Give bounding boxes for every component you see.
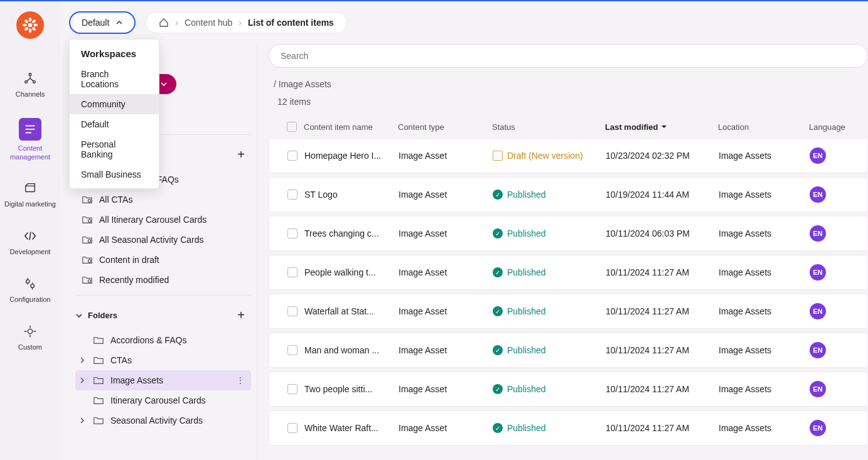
row-location: Image Assets <box>719 384 810 394</box>
folder-label: Seasonal Activity Cards <box>110 415 203 425</box>
folder-path: / Image Assets <box>269 68 868 93</box>
nav-label: Channels <box>16 90 45 99</box>
check-icon: ✓ <box>493 345 503 355</box>
smart-folder-item[interactable]: Content in draft <box>75 250 251 270</box>
table-row[interactable]: Waterfall at Stat...Image Asset✓Publishe… <box>269 294 868 329</box>
language-badge[interactable]: EN <box>810 303 826 319</box>
row-name: Man and woman ... <box>304 345 399 355</box>
column-modified[interactable]: Last modified <box>605 122 718 132</box>
chevron-right-icon[interactable] <box>78 417 87 424</box>
chevron-down-icon <box>160 80 168 88</box>
workspace-option[interactable]: Small Business <box>70 164 159 185</box>
folder-item[interactable]: Image Assets⋮ <box>75 370 251 390</box>
add-smart-folder-button[interactable]: + <box>233 146 249 163</box>
row-name: Two people sitti... <box>304 384 399 394</box>
language-badge[interactable]: EN <box>810 264 826 281</box>
app-logo[interactable] <box>16 11 44 39</box>
row-checkbox[interactable] <box>287 228 297 238</box>
workspace-option[interactable]: Community <box>70 94 159 114</box>
status-published: ✓Published <box>493 345 606 355</box>
row-checkbox[interactable] <box>287 190 297 200</box>
status-published: ✓Published <box>493 267 606 277</box>
column-language[interactable]: Language <box>809 122 847 132</box>
row-type: Image Asset <box>399 190 493 200</box>
folder-label: Itinerary Carousel Cards <box>110 395 206 405</box>
svg-point-3 <box>23 24 27 26</box>
folder-item[interactable]: Accordions & FAQs <box>75 330 251 350</box>
row-checkbox[interactable] <box>287 423 297 433</box>
row-checkbox[interactable] <box>287 306 297 316</box>
row-modified: 10/11/2024 11:27 AM <box>606 345 719 355</box>
svg-rect-13 <box>26 129 35 130</box>
breadcrumb-content-hub[interactable]: Content hub <box>185 18 232 28</box>
chevron-down-icon[interactable] <box>75 312 83 319</box>
language-badge[interactable]: EN <box>810 147 826 164</box>
nav-label: Configuration <box>9 296 50 304</box>
row-location: Image Assets <box>719 151 810 161</box>
smart-folder-item[interactable]: All CTAs <box>75 190 251 210</box>
table-row[interactable]: ST LogoImage Asset✓Published10/19/2024 1… <box>269 177 868 212</box>
check-icon: ✓ <box>493 384 503 394</box>
nav-config[interactable]: Configuration <box>0 272 60 308</box>
row-location: Image Assets <box>719 345 810 355</box>
row-checkbox[interactable] <box>287 267 297 277</box>
table-row[interactable]: Trees changing c...Image Asset✓Published… <box>269 216 868 251</box>
nav-marketing[interactable]: Digital marketing <box>0 176 60 213</box>
language-badge[interactable]: EN <box>810 342 826 358</box>
table-row[interactable]: Two people sitti...Image Asset✓Published… <box>269 372 868 407</box>
smart-folder-icon <box>82 234 93 245</box>
language-badge[interactable]: EN <box>810 225 826 242</box>
nav-custom[interactable]: Custom <box>0 319 60 356</box>
search-input[interactable] <box>281 51 856 61</box>
table-row[interactable]: Homepage Hero I...Image AssetDraft (New … <box>269 138 868 173</box>
table-row[interactable]: People walking t...Image Asset✓Published… <box>269 255 868 290</box>
row-checkbox[interactable] <box>287 151 297 161</box>
chevron-right-icon[interactable] <box>78 357 87 363</box>
nav-label: Content management <box>3 144 58 162</box>
workspace-option[interactable]: Personal Banking <box>70 134 159 164</box>
folder-icon <box>93 395 104 406</box>
nav-content[interactable]: Content management <box>0 114 60 166</box>
folder-item[interactable]: CTAs <box>75 350 251 370</box>
check-icon: ✓ <box>493 306 503 316</box>
workspace-option[interactable]: Branch Locations <box>70 64 159 94</box>
smart-folder-item[interactable]: All Seasonal Activity Cards <box>75 230 251 250</box>
more-icon[interactable]: ⋮ <box>233 375 247 385</box>
add-folder-button[interactable]: + <box>233 307 249 324</box>
language-badge[interactable]: EN <box>810 186 826 203</box>
column-name[interactable]: Content item name <box>304 122 398 132</box>
select-all-checkbox[interactable] <box>287 122 297 132</box>
search-box[interactable] <box>269 44 868 68</box>
column-location[interactable]: Location <box>718 122 809 132</box>
row-location: Image Assets <box>719 190 810 200</box>
folder-item[interactable]: Seasonal Activity Cards <box>75 410 251 431</box>
language-badge[interactable]: EN <box>810 420 826 436</box>
chevron-right-icon[interactable] <box>78 377 87 383</box>
nav-dev[interactable]: Development <box>0 224 60 260</box>
nav-channels[interactable]: Channels <box>0 67 60 103</box>
row-checkbox[interactable] <box>287 384 297 394</box>
row-location: Image Assets <box>719 423 810 433</box>
table-row[interactable]: White Water Raft...Image Asset✓Published… <box>269 410 868 446</box>
column-status[interactable]: Status <box>492 122 605 132</box>
language-badge[interactable]: EN <box>810 381 826 397</box>
workspace-selector[interactable]: Default <box>69 11 136 34</box>
smart-folder-label: Recently modified <box>99 275 169 285</box>
folder-item[interactable]: Itinerary Carousel Cards <box>75 390 251 410</box>
row-location: Image Assets <box>719 267 810 277</box>
workspace-option[interactable]: Default <box>70 114 159 134</box>
smart-folder-icon <box>82 254 93 265</box>
item-count: 12 items <box>269 93 868 115</box>
content-list-panel: / Image Assets 12 items Content item nam… <box>257 44 868 460</box>
smart-folder-item[interactable]: All Itinerary Carousel Cards <box>75 210 251 230</box>
svg-point-26 <box>88 260 91 263</box>
row-checkbox[interactable] <box>287 345 297 355</box>
nav-label: Custom <box>18 343 42 352</box>
config-icon <box>22 275 38 292</box>
row-type: Image Asset <box>399 345 493 355</box>
folder-icon <box>93 375 104 386</box>
home-icon[interactable] <box>159 18 169 28</box>
smart-folder-item[interactable]: Recently modified <box>75 270 251 290</box>
column-type[interactable]: Content type <box>398 122 492 132</box>
table-row[interactable]: Man and woman ...Image Asset✓Published10… <box>269 333 868 368</box>
